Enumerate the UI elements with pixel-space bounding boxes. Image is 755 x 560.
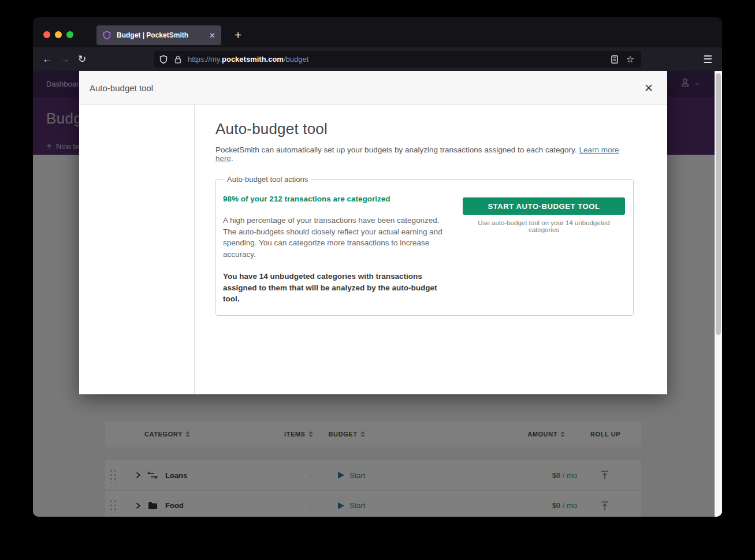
- auto-budget-modal: Auto-budget tool ✕ Auto-budget tool Pock…: [79, 71, 667, 394]
- bookmark-star-icon[interactable]: ☆: [626, 54, 634, 65]
- url-scheme: https://my.: [188, 55, 222, 64]
- maximize-window-button[interactable]: [66, 31, 73, 38]
- start-button-caption: Use auto-budget tool on your 14 unbudget…: [463, 219, 625, 233]
- modal-title: Auto-budget tool: [90, 83, 153, 93]
- categorization-status: 98% of your 212 transactions are categor…: [223, 195, 454, 203]
- modal-header: Auto-budget tool ✕: [79, 71, 667, 105]
- lock-icon[interactable]: [173, 55, 183, 64]
- pocketsmith-favicon-shield-icon: [102, 31, 111, 40]
- modal-sidebar: [79, 105, 195, 394]
- forward-icon[interactable]: →: [56, 51, 73, 68]
- url-bar[interactable]: https://my.pocketsmith.com/budget ☆: [154, 51, 641, 68]
- scrollbar-thumb[interactable]: [716, 73, 721, 335]
- reload-icon[interactable]: ↻: [73, 51, 91, 68]
- browser-tab[interactable]: Budget | PocketSmith ✕: [96, 25, 221, 45]
- tab-close-icon[interactable]: ✕: [209, 31, 215, 40]
- auto-budget-actions-fieldset: Auto-budget tool actions 98% of your 212…: [215, 175, 634, 316]
- tab-title: Budget | PocketSmith: [117, 31, 204, 39]
- back-icon[interactable]: ←: [39, 51, 56, 68]
- browser-navbar: ← → ↻ https://my.pocketsmith.com/budget: [33, 47, 722, 71]
- modal-intro: PocketSmith can automatically set up you…: [215, 145, 634, 163]
- fieldset-legend: Auto-budget tool actions: [224, 175, 311, 184]
- categorization-description: A high percentage of your transactions h…: [223, 215, 454, 260]
- start-auto-budget-button[interactable]: START AUTO-BUDGET TOOL: [463, 197, 625, 215]
- close-window-button[interactable]: [43, 31, 50, 38]
- url-domain: pocketsmith.com: [222, 55, 284, 64]
- new-tab-button[interactable]: +: [229, 27, 247, 44]
- reader-mode-icon[interactable]: [610, 55, 619, 64]
- unbudgeted-summary: You have 14 unbudgeted categories with t…: [223, 271, 454, 305]
- page-scrollbar[interactable]: [715, 71, 722, 517]
- modal-heading: Auto-budget tool: [215, 120, 634, 138]
- traffic-lights: [43, 31, 73, 38]
- minimize-window-button[interactable]: [55, 31, 62, 38]
- page-viewport: Dashboard ⌄ Budget + New budget CATEGORY: [33, 71, 722, 517]
- close-icon[interactable]: ✕: [644, 83, 653, 94]
- browser-titlebar: Budget | PocketSmith ✕ +: [33, 17, 722, 47]
- tracking-shield-icon[interactable]: [159, 55, 168, 64]
- menu-icon[interactable]: ☰: [700, 52, 715, 67]
- browser-window: Budget | PocketSmith ✕ + ← → ↻ https://m…: [33, 17, 722, 517]
- url-path: /budget: [284, 55, 308, 64]
- modal-content: Auto-budget tool PocketSmith can automat…: [195, 105, 667, 394]
